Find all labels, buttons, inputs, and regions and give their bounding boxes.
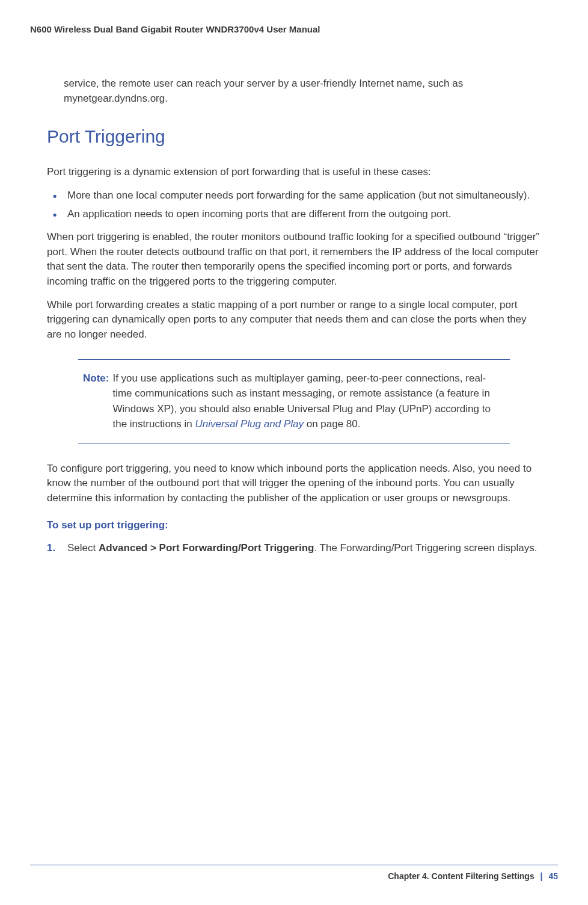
footer-separator: | (537, 871, 547, 881)
procedure-steps: 1. Select Advanced > Port Forwarding/Por… (47, 541, 541, 556)
body-paragraph: When port triggering is enabled, the rou… (47, 230, 541, 289)
step-number: 1. (47, 541, 55, 556)
intro-paragraph: Port triggering is a dynamic extension o… (47, 165, 541, 180)
note-label: Note: (83, 372, 109, 384)
body-paragraph: To configure port triggering, you need t… (47, 462, 541, 506)
step-text-post: . The Forwarding/Port Triggering screen … (314, 542, 537, 554)
section-heading-port-triggering: Port Triggering (47, 126, 541, 147)
continuation-paragraph: service, the remote user can reach your … (47, 76, 541, 106)
step-item: 1. Select Advanced > Port Forwarding/Por… (47, 541, 541, 556)
procedure-heading: To set up port triggering: (47, 519, 541, 531)
page-footer: Chapter 4. Content Filtering Settings | … (30, 865, 558, 881)
footer-chapter: Chapter 4. Content Filtering Settings (388, 871, 534, 881)
link-universal-plug-and-play[interactable]: Universal Plug and Play (195, 418, 303, 430)
content-region: service, the remote user can reach your … (30, 76, 558, 555)
note-text: If you use applications such as multipla… (112, 371, 505, 432)
document-header-title: N600 Wireless Dual Band Gigabit Router W… (30, 24, 558, 34)
list-item: An application needs to open incoming po… (47, 207, 541, 222)
footer-page-number: 45 (548, 871, 558, 881)
list-item: More than one local computer needs port … (47, 188, 541, 203)
note-text-after: on page 80. (304, 418, 361, 430)
step-text-pre: Select (67, 542, 99, 554)
menu-path-bold: Advanced > Port Forwarding/Port Triggeri… (99, 542, 314, 554)
use-cases-list: More than one local computer needs port … (47, 188, 541, 221)
page-root: N600 Wireless Dual Band Gigabit Router W… (0, 0, 588, 905)
note-callout: Note: If you use applications such as mu… (78, 359, 510, 443)
body-paragraph: While port forwarding creates a static m… (47, 298, 541, 342)
